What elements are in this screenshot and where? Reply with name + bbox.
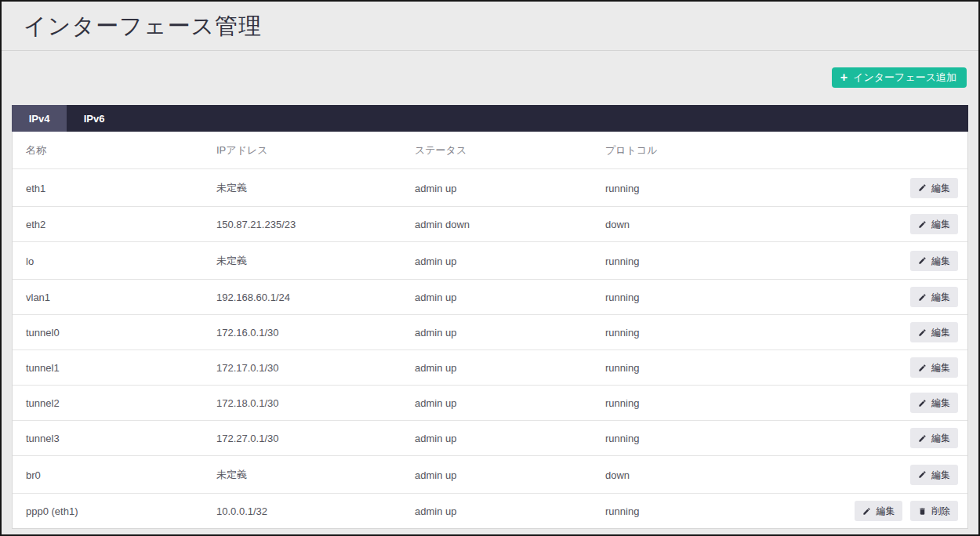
protocol: running bbox=[597, 386, 803, 421]
status: admin up bbox=[407, 242, 597, 280]
interface-name: tunnel0 bbox=[13, 315, 209, 350]
interface-management-window: インターフェース管理 + インターフェース追加 IPv4 IPv6 名称 IPア… bbox=[0, 0, 980, 536]
tab-bar: IPv4 IPv6 bbox=[12, 105, 968, 132]
ip-address: 172.27.0.1/30 bbox=[209, 421, 407, 456]
table-row: tunnel1 172.17.0.1/30 admin up running 編… bbox=[13, 350, 967, 386]
status: admin up bbox=[407, 421, 597, 456]
table-row: ppp0 (eth1) 10.0.0.1/32 admin up running… bbox=[13, 494, 967, 529]
pencil-icon bbox=[862, 507, 871, 516]
protocol: running bbox=[597, 494, 803, 529]
edit-button[interactable]: 編集 bbox=[910, 287, 958, 307]
edit-button[interactable]: 編集 bbox=[910, 322, 958, 342]
interface-name: eth1 bbox=[13, 169, 209, 207]
edit-button[interactable]: 編集 bbox=[910, 428, 958, 448]
delete-button[interactable]: 削除 bbox=[910, 501, 958, 521]
pencil-icon bbox=[918, 220, 927, 229]
table-row: vlan1 192.168.60.1/24 admin up running 編… bbox=[13, 280, 967, 315]
edit-button[interactable]: 編集 bbox=[910, 178, 958, 198]
add-interface-button[interactable]: + インターフェース追加 bbox=[832, 67, 967, 88]
ip-address: 172.18.0.1/30 bbox=[209, 386, 407, 421]
table-row: eth2 150.87.21.235/23 admin down down 編集 bbox=[13, 207, 967, 242]
edit-button[interactable]: 編集 bbox=[855, 501, 902, 521]
row-actions: 編集 bbox=[803, 207, 967, 242]
tab-ipv4[interactable]: IPv4 bbox=[12, 105, 67, 132]
table-row: lo 未定義 admin up running 編集 bbox=[13, 242, 967, 280]
status: admin up bbox=[407, 494, 597, 529]
ip-address: 未定義 bbox=[209, 169, 407, 207]
edit-button-label: 編集 bbox=[931, 183, 950, 194]
pencil-icon bbox=[918, 293, 927, 302]
interface-name: br0 bbox=[13, 456, 209, 494]
ip-address: 192.168.60.1/24 bbox=[209, 280, 407, 315]
row-actions: 編集 bbox=[803, 280, 967, 315]
row-actions: 編集 bbox=[803, 386, 967, 421]
trash-icon bbox=[918, 507, 927, 516]
page-title: インターフェース管理 bbox=[24, 12, 956, 40]
interface-name: eth2 bbox=[13, 207, 209, 242]
table-header-row: 名称 IPアドレス ステータス プロトコル bbox=[13, 132, 967, 169]
interface-table-card: IPv4 IPv6 名称 IPアドレス ステータス プロトコル eth1 未定義… bbox=[12, 105, 968, 529]
ip-address: 10.0.0.1/32 bbox=[209, 494, 407, 529]
column-header-name: 名称 bbox=[13, 132, 209, 169]
protocol: running bbox=[597, 280, 803, 315]
edit-button[interactable]: 編集 bbox=[910, 214, 958, 234]
status: admin up bbox=[407, 169, 597, 207]
interface-name: tunnel2 bbox=[13, 386, 209, 421]
row-actions: 編集 bbox=[803, 315, 967, 350]
ip-address: 150.87.21.235/23 bbox=[209, 207, 407, 242]
plus-icon: + bbox=[840, 72, 848, 83]
edit-button[interactable]: 編集 bbox=[910, 251, 958, 271]
pencil-icon bbox=[918, 470, 927, 479]
interface-name: lo bbox=[13, 242, 209, 280]
interface-name: tunnel3 bbox=[13, 421, 209, 456]
protocol: running bbox=[597, 169, 803, 207]
pencil-icon bbox=[918, 434, 927, 443]
ip-address: 未定義 bbox=[209, 456, 407, 494]
pencil-icon bbox=[918, 364, 927, 372]
column-header-actions bbox=[803, 132, 967, 169]
edit-button[interactable]: 編集 bbox=[910, 465, 958, 485]
edit-button[interactable]: 編集 bbox=[910, 393, 958, 413]
protocol: running bbox=[597, 315, 803, 350]
row-actions: 編集 bbox=[803, 456, 967, 494]
pencil-icon bbox=[918, 328, 927, 337]
table-row: tunnel2 172.18.0.1/30 admin up running 編… bbox=[13, 386, 967, 421]
table-row: br0 未定義 admin up down 編集 bbox=[13, 456, 967, 494]
status: admin up bbox=[407, 456, 597, 494]
interface-name: ppp0 (eth1) bbox=[13, 494, 209, 529]
table-row: eth1 未定義 admin up running 編集 bbox=[13, 169, 967, 207]
status: admin up bbox=[407, 386, 597, 421]
column-header-protocol: プロトコル bbox=[597, 132, 803, 169]
edit-button[interactable]: 編集 bbox=[910, 357, 958, 378]
interface-table-body: eth1 未定義 admin up running 編集 eth2 150.87… bbox=[13, 169, 967, 529]
protocol: down bbox=[597, 207, 803, 242]
ip-address: 172.17.0.1/30 bbox=[209, 350, 407, 386]
edit-button-label: 編集 bbox=[931, 292, 950, 302]
toolbar: + インターフェース追加 bbox=[2, 51, 978, 105]
protocol: running bbox=[597, 242, 803, 280]
edit-button-label: 編集 bbox=[931, 433, 950, 444]
ip-address: 未定義 bbox=[209, 242, 407, 280]
pencil-icon bbox=[918, 256, 927, 265]
edit-button-label: 編集 bbox=[931, 327, 950, 338]
protocol: down bbox=[597, 456, 803, 494]
tab-ipv6[interactable]: IPv6 bbox=[67, 105, 122, 132]
pencil-icon bbox=[918, 183, 927, 192]
pencil-icon bbox=[918, 399, 927, 407]
interface-name: vlan1 bbox=[13, 280, 209, 315]
row-actions: 編集 bbox=[803, 242, 967, 280]
edit-button-label: 編集 bbox=[931, 255, 950, 266]
table-row: tunnel0 172.16.0.1/30 admin up running 編… bbox=[13, 315, 967, 350]
page-header: インターフェース管理 bbox=[2, 2, 978, 51]
protocol: running bbox=[597, 350, 803, 386]
interface-table: 名称 IPアドレス ステータス プロトコル eth1 未定義 admin up … bbox=[13, 132, 967, 528]
edit-button-label: 編集 bbox=[876, 505, 895, 516]
add-interface-button-label: インターフェース追加 bbox=[853, 71, 956, 83]
column-header-ip: IPアドレス bbox=[209, 132, 407, 169]
row-actions: 編集 bbox=[803, 421, 967, 456]
row-actions: 編集 bbox=[803, 350, 967, 386]
edit-button-label: 編集 bbox=[931, 397, 950, 408]
status: admin up bbox=[407, 315, 597, 350]
edit-button-label: 編集 bbox=[931, 362, 950, 373]
status: admin down bbox=[407, 207, 597, 242]
